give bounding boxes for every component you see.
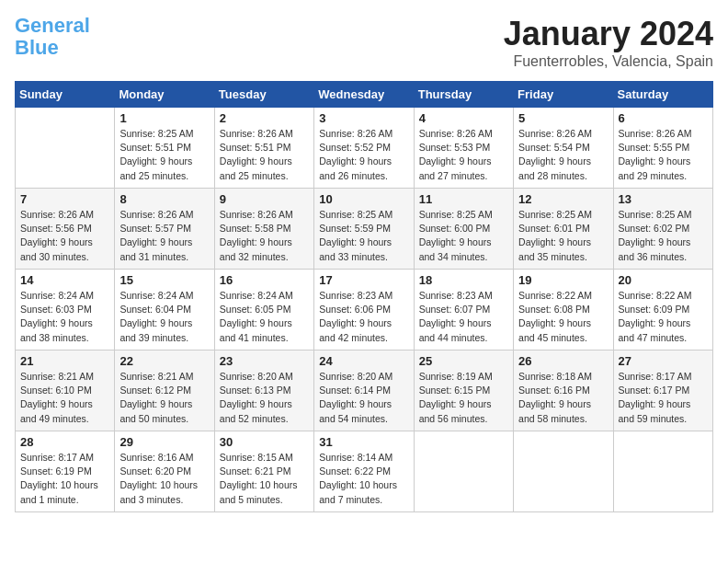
logo-blue: Blue [15, 36, 59, 59]
day-info: Sunrise: 8:25 AM Sunset: 6:02 PM Dayligh… [619, 208, 708, 264]
day-number: 21 [20, 354, 109, 368]
header: General Blue January 2024 Fuenterrobles,… [15, 15, 713, 70]
calendar-week-row: 1Sunrise: 8:25 AM Sunset: 5:51 PM Daylig… [16, 108, 713, 189]
day-number: 20 [619, 273, 708, 287]
calendar-cell: 9Sunrise: 8:26 AM Sunset: 5:58 PM Daylig… [214, 189, 313, 270]
day-number: 26 [518, 354, 608, 368]
calendar-cell: 12Sunrise: 8:25 AM Sunset: 6:01 PM Dayli… [514, 189, 613, 270]
day-of-week-header: Sunday [16, 82, 115, 108]
calendar-cell: 14Sunrise: 8:24 AM Sunset: 6:03 PM Dayli… [16, 270, 115, 350]
day-number: 15 [119, 273, 209, 287]
day-info: Sunrise: 8:26 AM Sunset: 5:53 PM Dayligh… [419, 127, 508, 183]
day-number: 23 [220, 354, 309, 368]
day-number: 28 [20, 435, 109, 449]
day-info: Sunrise: 8:26 AM Sunset: 5:51 PM Dayligh… [220, 127, 309, 183]
calendar-cell: 7Sunrise: 8:26 AM Sunset: 5:56 PM Daylig… [16, 189, 115, 270]
calendar-cell [414, 431, 513, 512]
day-info: Sunrise: 8:24 AM Sunset: 6:05 PM Dayligh… [220, 289, 309, 345]
day-number: 2 [220, 111, 309, 125]
calendar-cell: 20Sunrise: 8:22 AM Sunset: 6:09 PM Dayli… [613, 270, 712, 350]
day-info: Sunrise: 8:22 AM Sunset: 6:09 PM Dayligh… [619, 289, 708, 345]
day-info: Sunrise: 8:26 AM Sunset: 5:56 PM Dayligh… [20, 208, 109, 264]
day-info: Sunrise: 8:26 AM Sunset: 5:55 PM Dayligh… [619, 127, 708, 183]
calendar-cell: 21Sunrise: 8:21 AM Sunset: 6:10 PM Dayli… [16, 350, 115, 431]
day-info: Sunrise: 8:16 AM Sunset: 6:20 PM Dayligh… [119, 451, 209, 507]
day-number: 8 [119, 192, 209, 206]
logo: General Blue [15, 15, 90, 59]
calendar-cell: 19Sunrise: 8:22 AM Sunset: 6:08 PM Dayli… [514, 270, 613, 350]
day-of-week-header: Monday [115, 82, 214, 108]
day-number: 11 [419, 192, 508, 206]
day-number: 17 [319, 273, 408, 287]
calendar-cell: 29Sunrise: 8:16 AM Sunset: 6:20 PM Dayli… [115, 431, 214, 512]
calendar-cell: 3Sunrise: 8:26 AM Sunset: 5:52 PM Daylig… [314, 108, 414, 189]
calendar-cell: 8Sunrise: 8:26 AM Sunset: 5:57 PM Daylig… [115, 189, 214, 270]
day-number: 27 [619, 354, 708, 368]
day-info: Sunrise: 8:24 AM Sunset: 6:04 PM Dayligh… [119, 289, 209, 345]
day-info: Sunrise: 8:26 AM Sunset: 5:54 PM Dayligh… [518, 127, 608, 183]
day-number: 4 [419, 111, 508, 125]
day-of-week-header: Tuesday [214, 82, 313, 108]
calendar-cell: 2Sunrise: 8:26 AM Sunset: 5:51 PM Daylig… [214, 108, 313, 189]
day-of-week-header: Wednesday [314, 82, 414, 108]
calendar-cell: 17Sunrise: 8:23 AM Sunset: 6:06 PM Dayli… [314, 270, 414, 350]
day-number: 5 [518, 111, 608, 125]
day-number: 31 [319, 435, 408, 449]
day-number: 7 [20, 192, 109, 206]
day-number: 30 [220, 435, 309, 449]
day-info: Sunrise: 8:26 AM Sunset: 5:52 PM Dayligh… [319, 127, 408, 183]
day-number: 25 [419, 354, 508, 368]
day-info: Sunrise: 8:19 AM Sunset: 6:15 PM Dayligh… [419, 370, 508, 426]
day-number: 1 [119, 111, 209, 125]
calendar-cell: 5Sunrise: 8:26 AM Sunset: 5:54 PM Daylig… [514, 108, 613, 189]
day-number: 14 [20, 273, 109, 287]
calendar-cell: 24Sunrise: 8:20 AM Sunset: 6:14 PM Dayli… [314, 350, 414, 431]
day-info: Sunrise: 8:26 AM Sunset: 5:57 PM Dayligh… [119, 208, 209, 264]
calendar-cell: 18Sunrise: 8:23 AM Sunset: 6:07 PM Dayli… [414, 270, 513, 350]
day-info: Sunrise: 8:24 AM Sunset: 6:03 PM Dayligh… [20, 289, 109, 345]
day-info: Sunrise: 8:26 AM Sunset: 5:58 PM Dayligh… [220, 208, 309, 264]
day-info: Sunrise: 8:25 AM Sunset: 5:59 PM Dayligh… [319, 208, 408, 264]
day-of-week-header: Friday [514, 82, 613, 108]
day-number: 18 [419, 273, 508, 287]
day-number: 22 [119, 354, 209, 368]
calendar-cell: 28Sunrise: 8:17 AM Sunset: 6:19 PM Dayli… [16, 431, 115, 512]
calendar-week-row: 28Sunrise: 8:17 AM Sunset: 6:19 PM Dayli… [16, 431, 713, 512]
calendar-cell [613, 431, 712, 512]
day-info: Sunrise: 8:25 AM Sunset: 5:51 PM Dayligh… [119, 127, 209, 183]
day-number: 9 [220, 192, 309, 206]
day-number: 12 [518, 192, 608, 206]
day-number: 16 [220, 273, 309, 287]
day-info: Sunrise: 8:20 AM Sunset: 6:14 PM Dayligh… [319, 370, 408, 426]
calendar-cell: 4Sunrise: 8:26 AM Sunset: 5:53 PM Daylig… [414, 108, 513, 189]
day-info: Sunrise: 8:21 AM Sunset: 6:10 PM Dayligh… [20, 370, 109, 426]
calendar-cell: 23Sunrise: 8:20 AM Sunset: 6:13 PM Dayli… [214, 350, 313, 431]
calendar-week-row: 21Sunrise: 8:21 AM Sunset: 6:10 PM Dayli… [16, 350, 713, 431]
calendar-cell: 30Sunrise: 8:15 AM Sunset: 6:21 PM Dayli… [214, 431, 313, 512]
title-area: January 2024 Fuenterrobles, Valencia, Sp… [504, 15, 713, 70]
calendar-cell: 1Sunrise: 8:25 AM Sunset: 5:51 PM Daylig… [115, 108, 214, 189]
calendar-table: SundayMondayTuesdayWednesdayThursdayFrid… [15, 81, 713, 512]
month-title: January 2024 [504, 15, 713, 53]
day-of-week-header: Thursday [414, 82, 513, 108]
calendar-cell: 31Sunrise: 8:14 AM Sunset: 6:22 PM Dayli… [314, 431, 414, 512]
calendar-body: 1Sunrise: 8:25 AM Sunset: 5:51 PM Daylig… [16, 108, 713, 512]
calendar-cell: 6Sunrise: 8:26 AM Sunset: 5:55 PM Daylig… [613, 108, 712, 189]
day-of-week-header: Saturday [613, 82, 712, 108]
day-number: 13 [619, 192, 708, 206]
logo-general: General [15, 14, 90, 37]
calendar-cell: 26Sunrise: 8:18 AM Sunset: 6:16 PM Dayli… [514, 350, 613, 431]
day-info: Sunrise: 8:20 AM Sunset: 6:13 PM Dayligh… [220, 370, 309, 426]
day-number: 24 [319, 354, 408, 368]
calendar-header-row: SundayMondayTuesdayWednesdayThursdayFrid… [16, 82, 713, 108]
day-info: Sunrise: 8:15 AM Sunset: 6:21 PM Dayligh… [220, 451, 309, 507]
day-number: 6 [619, 111, 708, 125]
day-number: 19 [518, 273, 608, 287]
calendar-cell [514, 431, 613, 512]
day-info: Sunrise: 8:14 AM Sunset: 6:22 PM Dayligh… [319, 451, 408, 507]
day-info: Sunrise: 8:22 AM Sunset: 6:08 PM Dayligh… [518, 289, 608, 345]
day-info: Sunrise: 8:25 AM Sunset: 6:00 PM Dayligh… [419, 208, 508, 264]
day-info: Sunrise: 8:21 AM Sunset: 6:12 PM Dayligh… [119, 370, 209, 426]
day-info: Sunrise: 8:25 AM Sunset: 6:01 PM Dayligh… [518, 208, 608, 264]
calendar-cell [16, 108, 115, 189]
